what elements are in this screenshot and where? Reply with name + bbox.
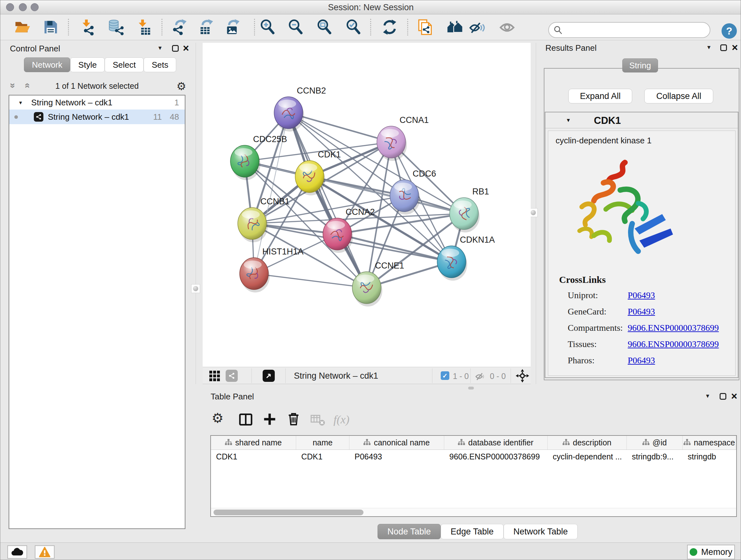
crosslink-link[interactable]: 9606.ENSP00000378699 (628, 339, 719, 349)
network-node-CDKN1A[interactable]: CDKN1A (437, 235, 495, 281)
network-canvas[interactable]: CCNB2CCNA1CDC25BCDK1CDC6RB1CCNB1CCNA2CDK… (203, 43, 531, 367)
search-field[interactable] (548, 22, 711, 38)
network-node-CCNE1[interactable]: CCNE1 (352, 261, 404, 307)
tab-string[interactable]: String (622, 58, 658, 72)
bottom-splitter-handle[interactable] (468, 387, 474, 389)
create-column-plus-icon[interactable] (263, 412, 277, 426)
share-view-icon[interactable] (226, 370, 238, 382)
help-button[interactable]: ? (722, 23, 737, 39)
column-header-namespace[interactable]: namespace (683, 436, 736, 449)
import-network-from-file-button[interactable] (79, 18, 97, 36)
section-collapse-icon[interactable]: ▼ (566, 118, 571, 123)
open-session-button[interactable] (13, 18, 31, 36)
zoom-fit-button[interactable] (316, 18, 333, 36)
table-horizontal-scrollbar[interactable] (211, 508, 736, 516)
string-network-badge-icon (34, 112, 44, 122)
network-node-CDC6[interactable]: CDC6 (390, 169, 436, 214)
crosslink-link[interactable]: P06493 (628, 355, 655, 366)
column-header-database-identifier[interactable]: database identifier (444, 436, 548, 449)
selected-checkbox-icon[interactable]: ✓ (441, 371, 449, 380)
tab-network[interactable]: Network (24, 57, 70, 72)
export-table-button[interactable] (198, 18, 216, 36)
table-cell[interactable]: stringdb (683, 450, 736, 463)
network-options-gear-icon[interactable]: ⚙ (177, 81, 186, 91)
tab-node-table[interactable]: Node Table (378, 524, 441, 539)
control-panel-close-button[interactable]: × (183, 44, 189, 52)
open-in-new-window-icon[interactable] (263, 370, 275, 382)
left-splitter[interactable] (196, 43, 196, 384)
expand-all-button[interactable]: Expand All (568, 89, 632, 104)
table-panel-float-button[interactable] (720, 393, 726, 400)
export-network-button[interactable] (172, 18, 189, 36)
network-node-HIST1H1A[interactable]: HIST1H1A (240, 247, 304, 293)
left-splitter-handle[interactable] (191, 284, 200, 293)
node-table[interactable]: shared namenamecanonical namedatabase id… (210, 435, 737, 517)
hide-selected-button[interactable] (468, 18, 486, 36)
birds-eye-view-icon[interactable] (515, 369, 529, 383)
column-header-description[interactable]: description (548, 436, 627, 449)
show-all-button[interactable] (498, 18, 516, 36)
control-panel-collapse-icon[interactable]: ▼ (157, 45, 163, 51)
apply-layout-button[interactable] (381, 18, 399, 36)
table-cell[interactable]: CDK1 (211, 450, 296, 463)
column-header-name[interactable]: name (296, 436, 349, 449)
toolbar-separator (161, 19, 162, 36)
tab-edge-table[interactable]: Edge Table (441, 524, 503, 539)
column-header-label: name (313, 438, 333, 447)
network-collection-row[interactable]: ▼ String Network – cdk1 1 (9, 96, 185, 110)
table-panel-close-button[interactable]: × (731, 392, 737, 400)
function-builder-icon: f(x) (333, 413, 349, 426)
collapse-all-button[interactable]: Collapse All (644, 89, 713, 104)
tab-network-table[interactable]: Network Table (503, 524, 578, 539)
scrollbar-thumb[interactable] (213, 509, 363, 515)
string-network-graph[interactable]: CCNB2CCNA1CDC25BCDK1CDC6RB1CCNB1CCNA2CDK… (203, 43, 531, 367)
export-image-button[interactable] (224, 18, 242, 36)
network-node-CCNB1[interactable]: CCNB1 (238, 197, 290, 242)
crosslink-link[interactable]: P06493 (628, 290, 655, 300)
warnings-button[interactable] (35, 545, 55, 559)
table-cell[interactable]: P06493 (349, 450, 444, 463)
show-columns-icon[interactable] (239, 412, 253, 427)
grid-view-icon[interactable] (209, 370, 220, 382)
network-row-selected[interactable]: String Network – cdk1 11 48 (9, 110, 185, 124)
first-neighbors-button[interactable] (446, 18, 464, 36)
zoom-out-button[interactable] (287, 18, 305, 36)
table-cell[interactable]: CDK1 (296, 450, 349, 463)
protein-section-header[interactable]: ▼ CDK1 (545, 112, 738, 128)
import-table-from-file-button[interactable] (135, 18, 153, 36)
crosslink-link[interactable]: P06493 (628, 307, 655, 317)
search-input[interactable] (565, 25, 699, 35)
copy-style-button[interactable] (416, 18, 434, 36)
memory-button[interactable]: Memory (687, 545, 735, 559)
network-node-CCNA1[interactable]: CCNA1 (377, 115, 429, 161)
table-cell[interactable]: cyclin-dependent ... (548, 450, 627, 463)
results-panel-close-button[interactable]: × (732, 44, 738, 51)
control-panel-float-button[interactable] (172, 45, 179, 52)
zoom-selected-button[interactable] (345, 18, 362, 36)
crosslink-link[interactable]: 9606.ENSP00000378699 (628, 323, 719, 333)
import-network-from-database-button[interactable] (107, 18, 125, 36)
results-panel-float-button[interactable] (720, 44, 727, 51)
tab-style[interactable]: Style (70, 57, 105, 72)
table-cell[interactable]: 9606.ENSP00000378699 (444, 450, 548, 463)
network-node-CCNB2[interactable]: CCNB2 (274, 86, 326, 132)
tab-sets[interactable]: Sets (144, 57, 176, 72)
table-row[interactable]: CDK1CDK1P064939606.ENSP00000378699cyclin… (211, 450, 736, 463)
results-panel-collapse-icon[interactable]: ▼ (706, 44, 712, 51)
table-options-gear-icon[interactable]: ⚙ (212, 413, 224, 424)
table-panel-collapse-icon[interactable]: ▼ (705, 393, 711, 399)
tab-select[interactable]: Select (105, 57, 144, 72)
save-session-button[interactable] (42, 18, 60, 36)
collection-expand-icon[interactable]: ▼ (18, 100, 23, 105)
network-node-RB1[interactable]: RB1 (450, 187, 489, 233)
zoom-in-button[interactable] (259, 18, 277, 36)
column-header-canonical-name[interactable]: canonical name (349, 436, 444, 449)
window-title: Session: New Session (0, 3, 741, 12)
hidden-eye-slash-icon (475, 370, 486, 382)
column-header--id[interactable]: @id (627, 436, 683, 449)
table-cell[interactable]: stringdb:9... (627, 450, 683, 463)
column-header-shared-name[interactable]: shared name (211, 436, 296, 449)
delete-column-trash-icon[interactable] (286, 412, 301, 426)
houses-icon (447, 19, 463, 36)
cloud-status-button[interactable] (7, 545, 27, 559)
